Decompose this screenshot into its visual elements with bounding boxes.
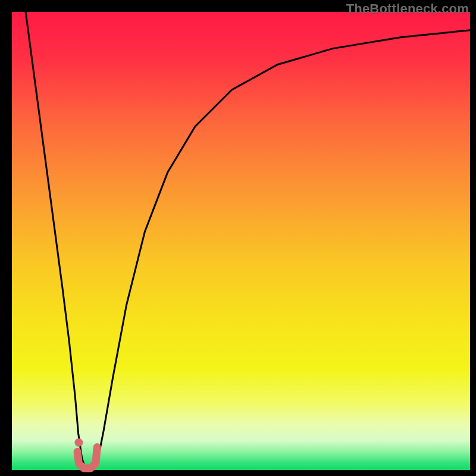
plot-background <box>12 12 470 470</box>
bottleneck-chart <box>0 0 476 476</box>
marker-dot <box>74 439 83 447</box>
chart-frame: { "watermark": "TheBottleneck.com", "cha… <box>0 0 476 476</box>
watermark-text: TheBottleneck.com <box>346 1 469 17</box>
